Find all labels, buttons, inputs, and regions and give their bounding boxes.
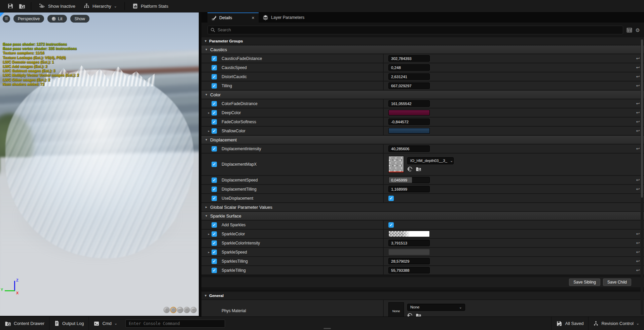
texture-thumbnail[interactable]: [388, 156, 404, 173]
expand-icon[interactable]: ▸: [206, 251, 212, 254]
show-menu-button[interactable]: Show: [70, 15, 89, 23]
param-value-field[interactable]: 667,029297: [388, 82, 430, 89]
all-saved-button[interactable]: All Saved: [552, 317, 588, 330]
param-enabled-checkbox[interactable]: ✓: [212, 110, 217, 116]
param-enabled-checkbox[interactable]: ✓: [212, 83, 217, 89]
section-caustics[interactable]: ▾ Caustics: [201, 45, 644, 54]
search-input[interactable]: [218, 28, 620, 32]
section-sparkle-surface[interactable]: ▾ Sparkle Surface: [201, 212, 644, 220]
param-enabled-checkbox[interactable]: ✓: [212, 250, 217, 255]
console-command-input[interactable]: [125, 320, 225, 328]
param-value-field[interactable]: -0,844572: [388, 119, 430, 125]
param-enabled-checkbox[interactable]: ✓: [212, 56, 217, 61]
param-row-usedisplacement: ✓ UseDisplacement ✓: [201, 194, 644, 202]
param-enabled-checkbox[interactable]: ✓: [212, 162, 217, 167]
viewport-menu-button[interactable]: ☰: [3, 15, 10, 23]
parameter-groups-header[interactable]: ▾ Parameter Groups: [201, 37, 644, 45]
content-drawer-button[interactable]: Content Drawer: [0, 317, 49, 330]
param-value-field[interactable]: 40,285606: [388, 145, 430, 152]
check-icon: ✓: [213, 129, 216, 133]
display-filter-icon[interactable]: [627, 27, 632, 33]
param-value-field[interactable]: 55,793388: [388, 267, 430, 273]
close-icon[interactable]: ✕: [252, 16, 255, 20]
param-value-field[interactable]: 28,579029: [388, 258, 430, 264]
section-color[interactable]: ▾ Color: [201, 91, 644, 99]
param-enabled-checkbox[interactable]: ✓: [212, 128, 217, 134]
plane-mesh-button[interactable]: [177, 307, 183, 313]
param-value-field[interactable]: 3,791513: [388, 240, 430, 246]
param-bool-checkbox[interactable]: ✓: [388, 222, 394, 228]
tab-details[interactable]: Details ✕: [207, 12, 259, 23]
revision-control-button[interactable]: Revision Control ⌄: [589, 317, 644, 330]
phys-material-combo[interactable]: None ⌄: [407, 304, 465, 311]
sparkle-color-swatch[interactable]: [388, 231, 430, 237]
param-value-field[interactable]: 161,055542: [388, 100, 430, 107]
output-log-button[interactable]: Output Log: [49, 317, 88, 330]
plane-icon: [178, 309, 183, 311]
parameter-groups-label: Parameter Groups: [209, 39, 243, 43]
material-preview-viewport[interactable]: ☰ Perspective Lit Show Base pass shader:…: [0, 12, 199, 316]
param-enabled-checkbox[interactable]: ✓: [212, 146, 217, 152]
cube-mesh-button[interactable]: [184, 307, 190, 313]
section-global-scalar[interactable]: ▸ Global Scalar Parameter Values: [201, 203, 644, 211]
save-child-button[interactable]: Save Child: [603, 278, 631, 286]
section-general[interactable]: ▾ General: [201, 292, 644, 299]
check-icon: ✓: [213, 259, 216, 264]
save-sibling-button[interactable]: Save Sibling: [569, 278, 600, 286]
param-row-displacementmapx: ✓ DisplacementMapX IO_HM_depth03__3_ ⌄: [201, 154, 644, 175]
platform-stats-button[interactable]: Platform Stats: [128, 1, 173, 11]
param-value-field[interactable]: 2,631241: [388, 73, 430, 80]
param-enabled-checkbox[interactable]: ✓: [212, 65, 217, 70]
axis-gizmo: Z X Y: [4, 278, 24, 298]
deep-color-swatch[interactable]: [388, 110, 430, 116]
cmd-dropdown-button[interactable]: Cmd ⌄: [89, 317, 122, 330]
lit-mode-button[interactable]: Lit: [47, 15, 67, 23]
parameter-list: ▾ Parameter Groups ▾ Caustics ✓ Caustics…: [201, 37, 644, 317]
param-label: FadeColorSoftness: [220, 120, 383, 124]
sphere-mesh-button[interactable]: [170, 307, 177, 313]
hierarchy-button[interactable]: Hierarchy ⌄: [79, 1, 121, 11]
gear-icon[interactable]: ⚙: [636, 28, 640, 33]
tab-layer-parameters[interactable]: Layer Parameters: [259, 12, 308, 23]
show-inactive-button[interactable]: Show Inactive: [35, 1, 79, 11]
section-displacement[interactable]: ▾ Displacement: [201, 136, 644, 144]
x-axis-label: X: [16, 291, 18, 295]
browse-to-asset-icon[interactable]: [416, 166, 421, 172]
param-enabled-checkbox[interactable]: ✓: [212, 268, 217, 273]
param-value-field[interactable]: 0,248: [388, 64, 430, 71]
browse-to-asset-icon[interactable]: [416, 313, 421, 317]
param-enabled-checkbox[interactable]: ✓: [212, 177, 217, 183]
custom-mesh-button[interactable]: [190, 307, 197, 313]
save-icon: [7, 3, 13, 9]
param-enabled-checkbox[interactable]: ✓: [212, 240, 217, 246]
param-value-field[interactable]: 302,784393: [388, 55, 430, 62]
use-selected-asset-icon[interactable]: [407, 166, 413, 172]
param-enabled-checkbox[interactable]: ✓: [212, 222, 217, 228]
expand-icon[interactable]: ▸: [206, 111, 212, 114]
shallow-color-swatch[interactable]: [388, 128, 430, 134]
param-bool-checkbox[interactable]: ✓: [388, 196, 394, 201]
expand-icon[interactable]: ▸: [206, 232, 212, 236]
expand-icon[interactable]: ▸: [206, 129, 212, 133]
param-slider-field[interactable]: 0,045999: [388, 177, 430, 183]
scrollbar-thumb[interactable]: [641, 39, 643, 198]
param-empty-field[interactable]: [388, 249, 430, 255]
use-selected-asset-icon[interactable]: [407, 313, 413, 317]
param-enabled-checkbox[interactable]: ✓: [212, 101, 217, 106]
phys-material-thumbnail[interactable]: None: [388, 302, 404, 317]
param-enabled-checkbox[interactable]: ✓: [212, 231, 217, 237]
param-enabled-checkbox[interactable]: ✓: [212, 187, 217, 192]
toolbar-separator: [124, 2, 125, 10]
param-enabled-checkbox[interactable]: ✓: [212, 196, 217, 201]
cylinder-mesh-button[interactable]: [163, 307, 170, 313]
perspective-button[interactable]: Perspective: [13, 15, 44, 23]
param-enabled-checkbox[interactable]: ✓: [212, 119, 217, 125]
param-value-field[interactable]: 1,168999: [388, 186, 430, 192]
search-box[interactable]: [207, 26, 623, 34]
param-enabled-checkbox[interactable]: ✓: [212, 259, 217, 264]
param-enabled-checkbox[interactable]: ✓: [212, 74, 217, 79]
texture-asset-combo[interactable]: IO_HM_depth03__3_ ⌄: [407, 157, 454, 164]
save-button[interactable]: [5, 1, 16, 11]
chevron-down-icon: ⌄: [114, 322, 117, 325]
browse-button[interactable]: [16, 1, 28, 11]
